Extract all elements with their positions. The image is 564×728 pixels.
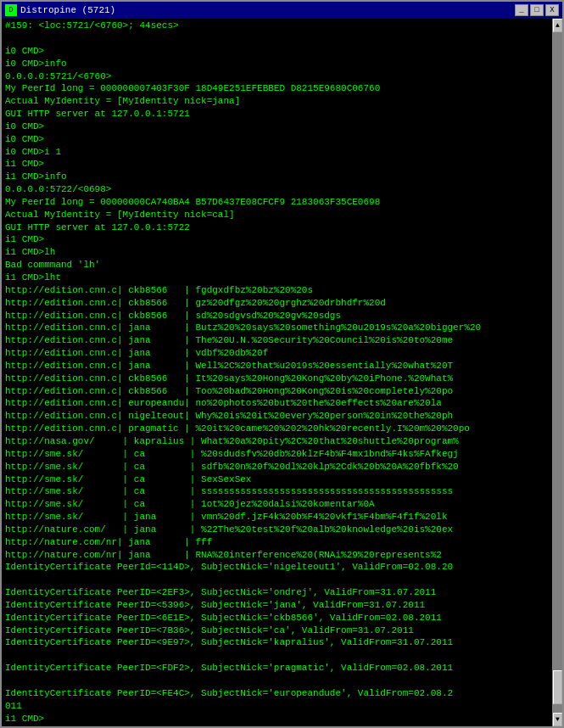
title-bar: D Distropine (5721) _ □ X	[2, 2, 562, 19]
window-title: Distropine (5721)	[20, 5, 115, 15]
main-area: #159: <loc:5725/<7B24>; 112secs> #159: <…	[2, 19, 562, 726]
minimize-button[interactable]: _	[515, 4, 528, 16]
main-window: D Distropine (5721) _ □ X #159: <loc:572…	[0, 0, 564, 728]
scroll-thumb[interactable]	[553, 670, 562, 704]
scroll-down-button[interactable]: ▼	[553, 713, 562, 726]
maximize-button[interactable]: □	[530, 4, 544, 16]
terminal-content: #159: <loc:5725/<7B24>; 112secs> #159: <…	[2, 19, 552, 726]
title-bar-controls: _ □ X	[515, 4, 559, 16]
close-button[interactable]: X	[545, 4, 559, 16]
title-bar-left: D Distropine (5721)	[5, 4, 115, 16]
app-icon: D	[5, 4, 17, 16]
terminal-output[interactable]: #159: <loc:5725/<7B24>; 112secs> #159: <…	[5, 20, 549, 725]
scrollbar[interactable]: ▲ ▼	[552, 19, 562, 726]
scroll-track[interactable]	[553, 32, 562, 713]
scroll-up-button[interactable]: ▲	[553, 19, 562, 32]
